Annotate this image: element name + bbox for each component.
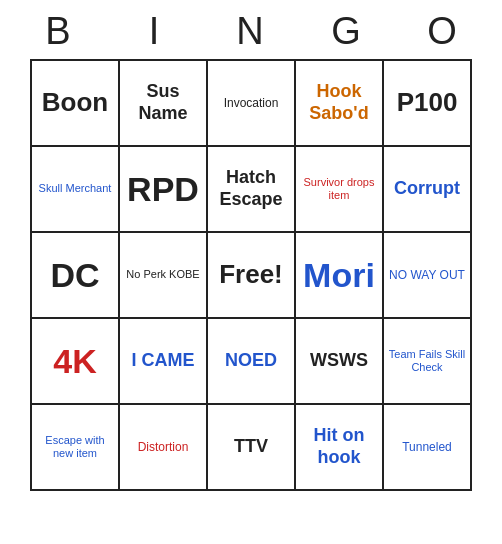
letter-b: B [15, 10, 103, 53]
letter-n: N [207, 10, 295, 53]
cell-20: Escape with new item [32, 405, 120, 491]
cell-1: Sus Name [120, 61, 208, 147]
cell-21: Distortion [120, 405, 208, 491]
letter-g: G [303, 10, 391, 53]
bingo-title: B I N G O [11, 0, 491, 59]
cell-24: Tunneled [384, 405, 472, 491]
cell-0: Boon [32, 61, 120, 147]
cell-2: Invocation [208, 61, 296, 147]
cell-19: Team Fails Skill Check [384, 319, 472, 405]
cell-6: RPD [120, 147, 208, 233]
cell-3: Hook Sabo'd [296, 61, 384, 147]
cell-23: Hit on hook [296, 405, 384, 491]
cell-17: NOED [208, 319, 296, 405]
cell-13: Mori [296, 233, 384, 319]
cell-9: Corrupt [384, 147, 472, 233]
cell-15: 4K [32, 319, 120, 405]
cell-7: Hatch Escape [208, 147, 296, 233]
cell-16: I CAME [120, 319, 208, 405]
cell-22: TTV [208, 405, 296, 491]
bingo-grid: BoonSus NameInvocationHook Sabo'dP100Sku… [30, 59, 472, 491]
letter-o: O [399, 10, 487, 53]
cell-4: P100 [384, 61, 472, 147]
cell-8: Survivor drops item [296, 147, 384, 233]
letter-i: I [111, 10, 199, 53]
cell-14: NO WAY OUT [384, 233, 472, 319]
cell-11: No Perk KOBE [120, 233, 208, 319]
cell-5: Skull Merchant [32, 147, 120, 233]
cell-18: WSWS [296, 319, 384, 405]
cell-12: Free! [208, 233, 296, 319]
cell-10: DC [32, 233, 120, 319]
